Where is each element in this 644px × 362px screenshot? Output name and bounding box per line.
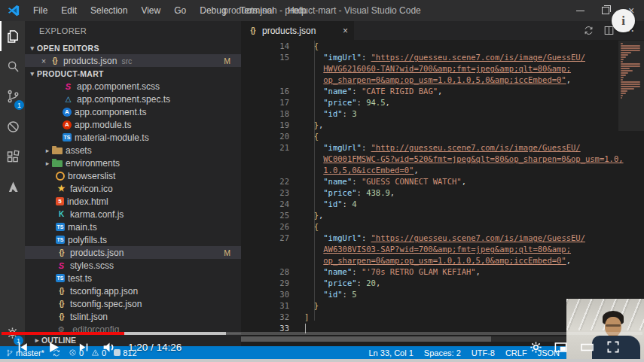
ng-red-file-icon: A bbox=[63, 120, 72, 129]
file-name: app.module.ts bbox=[75, 120, 131, 130]
status-utf-8[interactable]: UTF-8 bbox=[472, 348, 495, 357]
previous-button[interactable] bbox=[15, 340, 29, 354]
tree-item-polyfills-ts[interactable]: TSpolyfills.ts bbox=[25, 233, 241, 246]
minimize-button[interactable] bbox=[567, 0, 593, 21]
code-line[interactable]: 27 "imgUrl": "https://guesseu.scene7.com… bbox=[241, 233, 644, 244]
tree-item-browserslist[interactable]: browserslist bbox=[25, 169, 241, 182]
code-line[interactable]: 24 "id": 4 bbox=[241, 199, 644, 210]
code-line[interactable]: WC0001FMSWC-G5?wid=520&fmt=jpeg&qlt=80&o… bbox=[241, 154, 644, 165]
tree-item-app-component-ts[interactable]: Aapp.component.ts bbox=[25, 105, 241, 118]
explorer-icon[interactable] bbox=[0, 21, 25, 51]
tree-item-material-module-ts[interactable]: TSmaterial-module.ts bbox=[25, 131, 241, 144]
scss-file-icon: S bbox=[63, 81, 74, 91]
tab-close-icon[interactable]: × bbox=[343, 26, 348, 36]
tree-item-favicon-ico[interactable]: ★favicon.ico bbox=[25, 182, 241, 195]
file-name: products.json bbox=[70, 248, 124, 258]
code-line[interactable]: 20 { bbox=[241, 131, 644, 142]
menu-selection[interactable]: Selection bbox=[84, 5, 134, 16]
code-line[interactable]: op_sharpen=0&amp;op_usm=1.0,1.0,5,0&amp;… bbox=[241, 255, 644, 266]
source-control-badge: 1 bbox=[14, 100, 24, 110]
tree-item-tsconfig-app-json[interactable]: {}tsconfig.app.json bbox=[25, 284, 241, 297]
open-changes-icon[interactable] bbox=[583, 25, 594, 36]
line-number bbox=[241, 63, 300, 75]
minimap[interactable] bbox=[621, 43, 642, 102]
project-header[interactable]: ▾ PRODUCT-MART bbox=[25, 67, 241, 80]
file-name: app.component.scss bbox=[77, 81, 160, 92]
line-content: HWVG6216060-TAN?wid=700&amp;fmt=jpeg&amp… bbox=[300, 63, 571, 75]
tree-item-products-json[interactable]: {}products.jsonM bbox=[25, 246, 241, 259]
video-info-icon[interactable]: i bbox=[612, 9, 635, 32]
code-line[interactable]: 1.0,5,0&iccEmbed=0", bbox=[241, 165, 644, 176]
code-line[interactable]: 23 "price": 438.9, bbox=[241, 187, 644, 199]
code-line[interactable]: 25 }, bbox=[241, 210, 644, 221]
scrollbar-thumb[interactable] bbox=[241, 336, 491, 342]
open-editor-item[interactable]: × {} products.json src M bbox=[25, 54, 241, 67]
tree-item-karma-conf-js[interactable]: Kkarma.conf.js bbox=[25, 208, 241, 221]
ts-file-icon: TS bbox=[56, 223, 65, 231]
tree-item-main-ts[interactable]: TSmain.ts bbox=[25, 221, 241, 233]
tree-item-app-component-spec-ts[interactable]: △app.component.spec.ts bbox=[25, 93, 241, 105]
code-line[interactable]: op_sharpen=0&amp;op_usm=1.0,1.0,5,0&amp;… bbox=[241, 75, 644, 86]
debug-icon[interactable] bbox=[0, 111, 25, 141]
code-line[interactable]: 15 "imgUrl": "https://guesseu.scene7.com… bbox=[241, 52, 644, 63]
volume-button[interactable] bbox=[102, 339, 118, 355]
video-progress-bar[interactable] bbox=[2, 332, 642, 335]
chevron-right-icon: ▸ bbox=[43, 160, 52, 167]
player-controls-right bbox=[529, 339, 621, 354]
tab-products-json[interactable]: {} products.json × bbox=[241, 21, 354, 40]
code-line[interactable]: 19 }, bbox=[241, 120, 644, 131]
menu-go[interactable]: Go bbox=[167, 5, 193, 16]
tree-item-app-component-scss[interactable]: Sapp.component.scss bbox=[25, 80, 241, 93]
tree-item-styles-scss[interactable]: Sstyles.scss bbox=[25, 259, 241, 272]
menu-edit[interactable]: Edit bbox=[54, 5, 84, 16]
video-timestamp: 1:20 / 14:26 bbox=[128, 342, 182, 353]
code-line[interactable]: 17 "price": 94.5, bbox=[241, 97, 644, 108]
tree-item-index-html[interactable]: 5index.html bbox=[25, 195, 241, 208]
json-plain-file-icon: {} bbox=[56, 286, 67, 296]
status-crlf[interactable]: CRLF bbox=[505, 348, 527, 357]
code-line[interactable]: 28 "name": "'70s RETRO GLAM KEFIAH", bbox=[241, 266, 644, 278]
tree-item-tsconfig-spec-json[interactable]: {}tsconfig.spec.json bbox=[25, 297, 241, 310]
status-spaces[interactable]: Spaces: 2 bbox=[424, 348, 461, 357]
tree-item-assets[interactable]: ▸assets bbox=[25, 144, 241, 157]
next-button[interactable] bbox=[78, 341, 90, 354]
file-name: styles.scss bbox=[70, 260, 114, 271]
extensions-icon[interactable] bbox=[0, 141, 25, 172]
search-icon[interactable] bbox=[0, 51, 25, 81]
code-line[interactable]: 21 "imgUrl": "http://guesseu.scene7.com/… bbox=[241, 142, 644, 154]
line-number: 26 bbox=[241, 221, 300, 233]
line-number: 24 bbox=[241, 199, 300, 210]
tree-item-test-ts[interactable]: TStest.ts bbox=[25, 272, 241, 284]
code-line[interactable]: 22 "name": "GUESS CONNECT WATCH", bbox=[241, 176, 644, 187]
close-editor-icon[interactable]: × bbox=[38, 56, 49, 65]
minimap-line bbox=[621, 45, 640, 47]
source-control-icon[interactable]: 1 bbox=[0, 81, 25, 111]
menu-view[interactable]: View bbox=[134, 5, 167, 16]
code-line[interactable]: 26 { bbox=[241, 221, 644, 233]
line-number: 16 bbox=[241, 86, 300, 97]
status-ln[interactable]: Ln 33, Col 1 bbox=[369, 348, 414, 357]
volume-icon bbox=[102, 339, 118, 355]
menu-file[interactable]: File bbox=[26, 5, 54, 16]
code-line[interactable]: 18 "id": 3 bbox=[241, 108, 644, 120]
player-settings-icon[interactable] bbox=[529, 340, 543, 354]
tree-item-tslint-json[interactable]: {}tslint.json bbox=[25, 310, 241, 323]
theater-mode-icon[interactable] bbox=[578, 340, 596, 354]
line-number: 29 bbox=[241, 278, 300, 289]
restore-icon bbox=[602, 7, 609, 14]
play-button[interactable] bbox=[45, 339, 61, 355]
code-line[interactable]: HWVG6216060-TAN?wid=700&amp;fmt=jpeg&amp… bbox=[241, 63, 644, 75]
code-lines[interactable]: 14 {15 "imgUrl": "https://guesseu.scene7… bbox=[241, 41, 644, 334]
miniplayer-icon[interactable] bbox=[553, 340, 569, 354]
code-line[interactable]: 14 { bbox=[241, 41, 644, 52]
tree-item-environments[interactable]: ▸environments bbox=[25, 157, 241, 169]
azure-icon[interactable] bbox=[0, 172, 25, 202]
code-line[interactable]: AW6308VIS03-SAP?wid=700&amp;fmt=jpeg&amp… bbox=[241, 244, 644, 255]
fullscreen-icon[interactable] bbox=[606, 339, 621, 354]
code-line[interactable]: 16 "name": "CATE RIGID BAG", bbox=[241, 86, 644, 97]
tree-item-app-module-ts[interactable]: Aapp.module.ts bbox=[25, 118, 241, 131]
open-editors-label: OPEN EDITORS bbox=[37, 44, 99, 53]
open-editors-header[interactable]: ▾ OPEN EDITORS bbox=[25, 41, 241, 54]
code-line[interactable]: 29 "price": 20, bbox=[241, 278, 644, 289]
play-icon bbox=[45, 339, 61, 355]
